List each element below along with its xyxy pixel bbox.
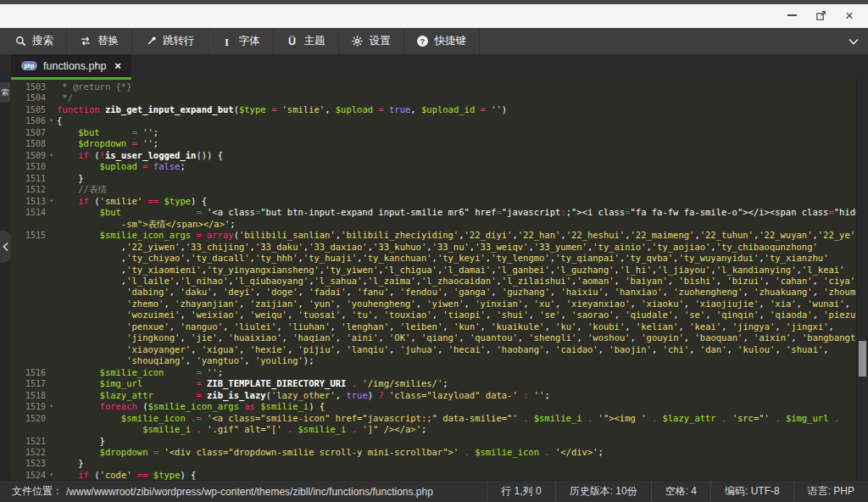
code-line-wrap[interactable]: ,'ty_chiyao','ty_dacall','ty_hhh','ty_hu… [10,253,856,264]
code-line[interactable]: 1510 $upload = false; [10,161,856,172]
line-number [10,287,46,298]
toolbar-button-theme[interactable]: Ü主题 [274,28,339,54]
code-text: //表情 [57,184,856,195]
code-line[interactable]: 1505function zib_get_input_expand_but($t… [10,104,856,115]
status-items: 行 1,列 0历史版本: 10份空格: 4编码: UTF-8语言: PHP [487,481,868,502]
code-line[interactable]: 1511 } [10,173,856,184]
theme-icon: Ü [287,36,298,47]
collapsed-panel-tab[interactable]: 索 [0,82,10,103]
code-line[interactable]: 1515 $smilie_icon_args = array('bilibili… [10,230,856,241]
code-line[interactable]: 1523 } [10,458,856,469]
restore-button[interactable] [810,6,831,25]
line-number: 1524 [10,470,46,480]
toolbar-button-hotkeys[interactable]: ?快捷键 [404,28,481,54]
code-line-wrap[interactable]: 'wozuimei', 'weixiao', 'weiqu', 'tuosai'… [10,310,856,321]
replace-icon [80,36,92,47]
code-line[interactable]: 1524▾ if ('code' == $type) { [10,470,856,480]
code-line[interactable]: 1516 $smilie_icon = ''; [10,367,856,378]
tab-label: functions.php [43,60,106,72]
code-text: 'xiaoyanger', 'xigua', 'hexie', 'pijiu',… [57,344,856,355]
code-line[interactable]: 1522 $dropdown = '<div class="dropdown-s… [10,447,856,458]
status-bar: 文件位置： /www/wwwroot/zibi/wordpress/wp-con… [0,480,868,502]
status-history-versions[interactable]: 历史版本: 10份 [555,481,651,502]
fold-gutter [46,413,57,424]
status-encoding[interactable]: 编码: UTF-8 [710,481,793,502]
code-line-wrap[interactable]: 'xiaoyanger', 'xigua', 'hexie', 'pijiu',… [10,344,856,355]
scrollbar-thumb[interactable] [859,341,866,376]
fold-marker-icon[interactable]: ▾ [46,150,57,161]
code-line-wrap[interactable]: -sm">表情</span></a>'; [10,219,856,230]
code-line[interactable]: 1503 * @return {*} [10,81,856,92]
code-line[interactable]: 1520 $smilie_icon .= '<a class="smilie-i… [10,413,856,424]
code-line-wrap[interactable]: 'shouqiang', 'yangtuo', 'youling'); [10,355,856,366]
code-text: $but = '<a class="but btn-input-expand i… [57,207,856,218]
fold-marker-icon[interactable]: ▾ [46,115,57,126]
code-line[interactable]: 1521 } [10,436,856,447]
code-line[interactable]: 1504 */ [10,92,856,103]
code-line-wrap[interactable]: 'dabing', 'daku', 'deyi', 'doge', 'fadai… [10,287,856,298]
status-spaces[interactable]: 空格: 4 [651,481,710,502]
line-number: 1506 [10,115,46,126]
code-line[interactable]: 1509▾ if (!is_user_logged_in()) { [10,150,856,161]
code-text: 'zhemo', 'zhayanjian', 'zaijian', 'yun',… [57,298,856,310]
toolbar-expand-button[interactable] [839,28,868,54]
fold-gutter [46,219,57,230]
code-line[interactable]: 1517 $img_url = ZIB_TEMPLATE_DIRECTORY_U… [10,378,856,389]
code-line[interactable]: 1519▾ foreach ($smilie_icon_args as $smi… [10,401,856,412]
tab-functions-php[interactable]: php functions.php × [11,54,131,80]
toolbar-button-goto-line[interactable]: 跳转行 [132,28,209,54]
code-line[interactable]: 1513▾ if ('smilie' == $type) { [10,196,856,207]
fold-gutter [46,81,57,92]
line-number: 1511 [10,173,46,184]
toolbar-button-font[interactable]: I字体 [209,28,274,54]
code-line[interactable]: 1514 $but = '<a class="but btn-input-exp… [10,207,856,218]
status-language[interactable]: 语言: PHP [793,481,868,502]
code-line[interactable]: 1512 //表情 [10,184,856,195]
line-number: 1512 [10,184,46,195]
fold-marker-icon[interactable]: ▾ [46,401,57,412]
code-line[interactable]: 1507 $but = ''; [10,127,856,138]
minimize-button[interactable] [782,6,802,25]
code-line-wrap[interactable]: 'penxue', 'nanguo', 'liulei', 'liuhan', … [10,321,856,332]
code-text: 'penxue', 'nanguo', 'liulei', 'liuhan', … [57,321,856,332]
code-line-wrap[interactable]: ,'l_laile','l_nihao','l_qiubaoyang','l_s… [10,276,856,287]
code-line[interactable]: 1518 $lazy_attr = zib_is_lazy('lazy_othe… [10,390,856,401]
fold-gutter [46,173,57,184]
minimize-icon [787,14,797,16]
line-number: 1520 [10,413,46,424]
php-file-icon: php [21,61,37,70]
code-text: foreach ($smilie_icon_args as $smilie_i)… [57,401,856,412]
code-rows: 1503 * @return {*}1504 */1505function zi… [10,81,856,480]
fold-gutter [46,321,57,332]
toolbar-button-label: 设置 [370,34,391,48]
fold-marker-icon[interactable]: ▾ [46,196,57,207]
line-number: 1521 [10,436,46,447]
panel-collapse-button[interactable] [0,231,11,263]
line-number [10,219,46,230]
fold-gutter [46,92,57,103]
code-line[interactable]: 1506▾{ [10,115,856,126]
code-text: * @return {*} [57,81,856,92]
close-button[interactable]: × [839,6,860,25]
code-line-wrap[interactable]: ,'22_yiwen','33_chijing','33_daku','33_d… [10,242,856,253]
code-line[interactable]: 1508 $dropdown = ''; [10,138,856,149]
font-icon: I [221,36,233,47]
code-line-wrap[interactable]: $smilie_i . '.gif" alt="[' . $smilie_i .… [10,424,856,435]
toolbar-button-replace[interactable]: 替换 [67,28,132,54]
code-text: $smilie_icon .= '<a class="smilie-icon" … [57,413,856,424]
file-path: /www/wwwroot/zibi/wordpress/wp-content/t… [66,486,433,498]
toolbar-button-settings[interactable]: 设置 [339,28,404,54]
tab-close-icon[interactable]: × [114,59,121,72]
fold-gutter [46,276,57,287]
toolbar-button-label: 主题 [304,34,326,48]
code-line-wrap[interactable]: ,'ty_xiaomieni','ty_yinyangxiansheng','t… [10,265,856,276]
fold-marker-icon[interactable]: ▾ [46,470,57,480]
toolbar-button-search[interactable]: 搜索 [2,28,67,54]
line-number: 1509 [10,150,46,161]
code-line-wrap[interactable]: 'jingkong', 'jie', 'huaixiao', 'haqian',… [10,332,856,343]
code-editor-area[interactable]: 索 1503 * @return {*}1504 */1505function … [0,80,868,480]
status-cursor-position[interactable]: 行 1,列 0 [487,481,554,502]
code-line-wrap[interactable]: 'zhemo', 'zhayanjian', 'zaijian', 'yun',… [10,298,856,310]
vertical-scrollbar[interactable] [856,80,868,480]
line-number [10,355,46,366]
